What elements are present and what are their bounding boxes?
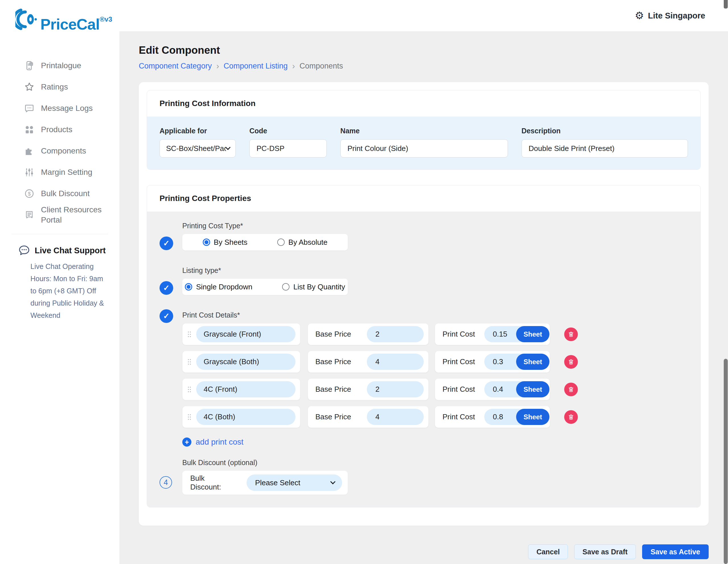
print-name-input[interactable]	[196, 326, 295, 342]
sidebar-item-products[interactable]: Products	[0, 119, 119, 140]
breadcrumb-component-listing[interactable]: Component Listing	[224, 62, 288, 71]
sheet-unit-button[interactable]: Sheet	[516, 326, 549, 342]
print-cost-row: Base Price Print Cost Sheet	[182, 378, 688, 400]
chevron-right-icon: ›	[216, 61, 219, 71]
print-cost-label: Print Cost	[442, 357, 475, 366]
info-card-body: Applicable for SC-Box/Sheet/Packa Code	[147, 117, 700, 170]
chevron-down-icon	[225, 145, 230, 150]
applicable-for-select[interactable]: SC-Box/Sheet/Packa	[160, 139, 236, 158]
chat-bubble-icon	[18, 244, 31, 257]
delete-row-button[interactable]	[564, 355, 578, 369]
base-price-input[interactable]	[367, 409, 424, 425]
svg-text:$: $	[28, 191, 31, 197]
drag-handle-icon[interactable]	[187, 386, 192, 393]
breadcrumb-component-category[interactable]: Component Category	[139, 62, 212, 71]
base-price-label: Base Price	[315, 330, 351, 338]
live-chat-hours: Live Chat Operating Hours: Mon to Fri: 9…	[30, 261, 107, 321]
step-print-cost-details: ✓ Print Cost Details*	[160, 311, 688, 495]
base-price-input[interactable]	[367, 326, 424, 342]
print-cost-input[interactable]	[492, 385, 516, 394]
sidebar-item-ratings[interactable]: Ratings	[0, 76, 119, 98]
sidebar-nav: Printalogue Ratings Message Logs	[0, 55, 119, 226]
radio-selected-icon	[185, 283, 192, 290]
base-price-input[interactable]	[367, 354, 424, 370]
sheet-unit-button[interactable]: Sheet	[516, 409, 549, 425]
print-cost-label: Print Cost	[442, 385, 475, 394]
sidebar-item-label: Ratings	[41, 82, 68, 92]
sidebar-item-label: Client Resources Portal	[41, 205, 108, 225]
print-cost-row: Base Price Print Cost Sheet	[182, 323, 688, 345]
sidebar-item-client-resources-portal[interactable]: Client Resources Portal	[0, 204, 119, 226]
delete-row-button[interactable]	[564, 327, 578, 341]
base-price-label: Base Price	[315, 385, 351, 394]
radio-by-absolute[interactable]: By Absolute	[277, 238, 327, 247]
sidebar-item-bulk-discount[interactable]: $ Bulk Discount	[0, 183, 119, 204]
add-print-cost-link[interactable]: + add print cost	[182, 437, 243, 447]
dollar-circle-icon: $	[24, 188, 35, 199]
brand-logo[interactable]: PriceCal®v3	[15, 7, 119, 36]
delete-row-button[interactable]	[564, 410, 578, 424]
gear-icon[interactable]: ⚙	[635, 11, 644, 21]
print-name-input[interactable]	[196, 381, 295, 397]
radio-list-by-quantity[interactable]: List By Quantity	[282, 282, 345, 291]
live-chat-header[interactable]: Live Chat Support	[18, 244, 109, 257]
chat-square-icon	[24, 103, 35, 114]
save-as-active-button[interactable]: Save as Active	[642, 544, 709, 559]
field-code: Code	[249, 127, 327, 158]
sliders-icon	[24, 167, 35, 178]
step-complete-check-icon: ✓	[160, 281, 173, 295]
radio-by-sheets[interactable]: By Sheets	[203, 238, 248, 247]
sidebar-item-label: Products	[41, 125, 73, 135]
cancel-button[interactable]: Cancel	[528, 544, 568, 559]
description-input[interactable]	[522, 139, 688, 158]
sidebar-item-label: Components	[41, 146, 86, 156]
drag-handle-icon[interactable]	[187, 330, 192, 338]
print-cost-label: Print Cost	[442, 412, 475, 421]
step-printing-cost-type: ✓ Printing Cost Type* By Sheets	[160, 222, 688, 251]
listing-type-options: Single Dropdown List By Quantity	[182, 279, 348, 295]
print-name-input[interactable]	[196, 354, 295, 370]
page-title: Edit Component	[139, 44, 709, 56]
print-cost-row: Base Price Print Cost Sheet	[182, 406, 688, 428]
name-input[interactable]	[340, 139, 508, 158]
live-chat-title: Live Chat Support	[35, 246, 106, 255]
trash-icon	[568, 414, 574, 420]
edit-component-panel: Printing Cost Information Applicable for…	[139, 82, 709, 526]
print-cost-input[interactable]	[492, 357, 516, 366]
code-input[interactable]	[249, 139, 327, 158]
print-cost-details-label: Print Cost Details*	[182, 311, 688, 319]
sheet-unit-button[interactable]: Sheet	[516, 381, 549, 397]
org-name[interactable]: Lite Singapore	[648, 11, 705, 20]
sidebar-item-components[interactable]: Components	[0, 140, 119, 162]
radio-label: List By Quantity	[293, 282, 345, 291]
print-cost-input[interactable]	[492, 329, 516, 339]
app: PriceCal®v3 Printalogue Ratings	[0, 0, 728, 564]
sidebar-item-label: Printalogue	[41, 61, 81, 71]
step-complete-check-icon: ✓	[160, 237, 173, 250]
print-name-input[interactable]	[196, 409, 295, 425]
bulk-discount-value: Please Select	[255, 478, 300, 487]
sidebar-item-printalogue[interactable]: Printalogue	[0, 55, 119, 76]
print-cost-row: Base Price Print Cost Sheet	[182, 351, 688, 373]
topbar: ⚙ Lite Singapore	[119, 0, 728, 31]
document-star-icon	[24, 210, 35, 220]
sidebar-item-margin-setting[interactable]: Margin Setting	[0, 162, 119, 183]
print-cost-input[interactable]	[492, 412, 516, 421]
radio-single-dropdown[interactable]: Single Dropdown	[185, 282, 252, 291]
print-cost-pill: Sheet	[484, 326, 546, 342]
sidebar-item-message-logs[interactable]: Message Logs	[0, 98, 119, 119]
info-card-title: Printing Cost Information	[147, 90, 700, 117]
sheet-unit-button[interactable]: Sheet	[516, 354, 549, 370]
radio-label: By Absolute	[288, 238, 327, 247]
bulk-discount-select[interactable]: Please Select	[247, 474, 342, 491]
scrollbar-thumb[interactable]	[724, 359, 728, 564]
main-area: ⚙ Lite Singapore Edit Component Componen…	[119, 0, 728, 564]
form-actions: Cancel Save as Draft Save as Active	[139, 544, 709, 559]
save-as-draft-button[interactable]: Save as Draft	[574, 544, 636, 559]
printing-cost-properties-card: Printing Cost Properties ✓ Printing Cost…	[147, 185, 701, 507]
page-content: Edit Component Component Category › Comp…	[119, 31, 728, 564]
base-price-input[interactable]	[367, 381, 424, 397]
drag-handle-icon[interactable]	[187, 413, 192, 421]
drag-handle-icon[interactable]	[187, 358, 192, 365]
delete-row-button[interactable]	[564, 383, 578, 396]
